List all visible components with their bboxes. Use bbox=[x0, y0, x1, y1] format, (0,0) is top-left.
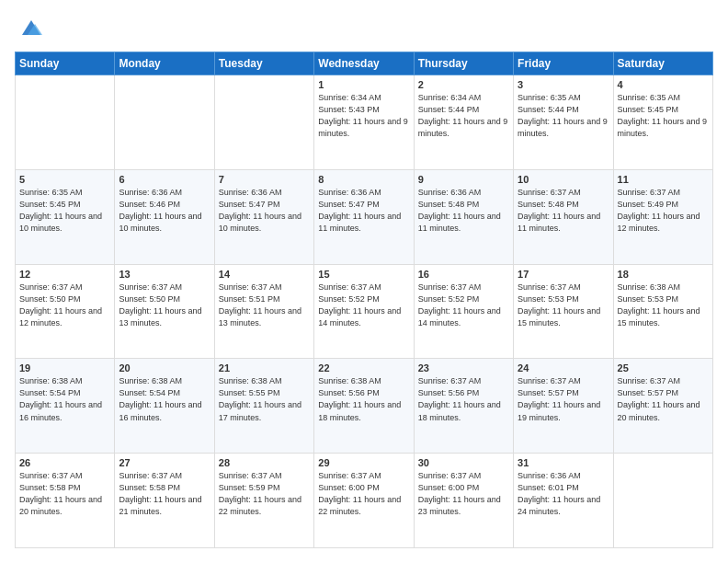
cell-info: Sunrise: 6:37 AMSunset: 5:56 PMDaylight:… bbox=[418, 375, 509, 423]
day-number: 23 bbox=[418, 362, 509, 373]
cell-info: Sunrise: 6:35 AMSunset: 5:45 PMDaylight:… bbox=[618, 92, 709, 140]
calendar-header-thursday: Thursday bbox=[414, 52, 513, 75]
cell-info: Sunrise: 6:38 AMSunset: 5:54 PMDaylight:… bbox=[119, 375, 210, 423]
calendar-header-saturday: Saturday bbox=[613, 52, 712, 75]
calendar-cell: 9Sunrise: 6:36 AMSunset: 5:48 PMDaylight… bbox=[414, 169, 513, 264]
cell-info: Sunrise: 6:37 AMSunset: 5:59 PMDaylight:… bbox=[219, 470, 310, 518]
day-number: 28 bbox=[219, 457, 310, 468]
cell-info: Sunrise: 6:37 AMSunset: 5:58 PMDaylight:… bbox=[119, 470, 210, 518]
day-number: 13 bbox=[119, 269, 210, 280]
calendar-cell: 25Sunrise: 6:37 AMSunset: 5:57 PMDayligh… bbox=[613, 359, 712, 454]
day-number: 10 bbox=[518, 174, 609, 185]
day-number: 15 bbox=[318, 269, 409, 280]
cell-info: Sunrise: 6:37 AMSunset: 5:48 PMDaylight:… bbox=[518, 187, 609, 235]
calendar-cell: 16Sunrise: 6:37 AMSunset: 5:52 PMDayligh… bbox=[414, 264, 513, 359]
day-number: 20 bbox=[119, 362, 210, 373]
day-number: 1 bbox=[318, 79, 409, 90]
calendar-cell: 23Sunrise: 6:37 AMSunset: 5:56 PMDayligh… bbox=[414, 359, 513, 454]
day-number: 7 bbox=[219, 174, 310, 185]
cell-info: Sunrise: 6:35 AMSunset: 5:44 PMDaylight:… bbox=[518, 92, 609, 140]
cell-info: Sunrise: 6:37 AMSunset: 5:57 PMDaylight:… bbox=[618, 375, 709, 423]
calendar-cell: 29Sunrise: 6:37 AMSunset: 6:00 PMDayligh… bbox=[314, 454, 414, 548]
page: SundayMondayTuesdayWednesdayThursdayFrid… bbox=[0, 0, 728, 563]
day-number: 27 bbox=[119, 457, 210, 468]
day-number: 25 bbox=[618, 362, 709, 373]
cell-info: Sunrise: 6:37 AMSunset: 5:49 PMDaylight:… bbox=[618, 187, 709, 235]
calendar-header-wednesday: Wednesday bbox=[314, 52, 414, 75]
calendar-week-row: 1Sunrise: 6:34 AMSunset: 5:43 PMDaylight… bbox=[16, 75, 713, 170]
day-number: 19 bbox=[19, 362, 110, 373]
cell-info: Sunrise: 6:37 AMSunset: 5:50 PMDaylight:… bbox=[119, 282, 210, 329]
cell-info: Sunrise: 6:38 AMSunset: 5:54 PMDaylight:… bbox=[19, 375, 110, 423]
cell-info: Sunrise: 6:38 AMSunset: 5:53 PMDaylight:… bbox=[618, 282, 709, 329]
day-number: 26 bbox=[19, 457, 110, 468]
calendar-cell: 5Sunrise: 6:35 AMSunset: 5:45 PMDaylight… bbox=[16, 169, 115, 264]
calendar-cell: 19Sunrise: 6:38 AMSunset: 5:54 PMDayligh… bbox=[16, 359, 115, 454]
day-number: 24 bbox=[518, 362, 609, 373]
day-number: 29 bbox=[318, 457, 409, 468]
calendar-cell: 22Sunrise: 6:38 AMSunset: 5:56 PMDayligh… bbox=[314, 359, 414, 454]
calendar-cell: 31Sunrise: 6:36 AMSunset: 6:01 PMDayligh… bbox=[514, 454, 613, 548]
day-number: 11 bbox=[618, 174, 709, 185]
day-number: 3 bbox=[518, 79, 609, 90]
cell-info: Sunrise: 6:36 AMSunset: 6:01 PMDaylight:… bbox=[518, 470, 609, 518]
day-number: 8 bbox=[318, 174, 409, 185]
calendar-header-friday: Friday bbox=[514, 52, 613, 75]
calendar-cell: 14Sunrise: 6:37 AMSunset: 5:51 PMDayligh… bbox=[214, 264, 313, 359]
day-number: 21 bbox=[219, 362, 310, 373]
day-number: 2 bbox=[418, 79, 509, 90]
day-number: 12 bbox=[19, 269, 110, 280]
day-number: 14 bbox=[219, 269, 310, 280]
calendar-cell: 24Sunrise: 6:37 AMSunset: 5:57 PMDayligh… bbox=[514, 359, 613, 454]
logo bbox=[15, 15, 44, 40]
calendar-table: SundayMondayTuesdayWednesdayThursdayFrid… bbox=[15, 52, 713, 548]
cell-info: Sunrise: 6:34 AMSunset: 5:44 PMDaylight:… bbox=[418, 92, 509, 140]
cell-info: Sunrise: 6:36 AMSunset: 5:46 PMDaylight:… bbox=[119, 187, 210, 235]
header bbox=[15, 15, 713, 40]
cell-info: Sunrise: 6:37 AMSunset: 5:58 PMDaylight:… bbox=[19, 470, 110, 518]
day-number: 22 bbox=[318, 362, 409, 373]
calendar-cell: 17Sunrise: 6:37 AMSunset: 5:53 PMDayligh… bbox=[514, 264, 613, 359]
calendar-cell: 28Sunrise: 6:37 AMSunset: 5:59 PMDayligh… bbox=[214, 454, 313, 548]
calendar-cell: 6Sunrise: 6:36 AMSunset: 5:46 PMDaylight… bbox=[115, 169, 214, 264]
calendar-cell: 26Sunrise: 6:37 AMSunset: 5:58 PMDayligh… bbox=[16, 454, 115, 548]
day-number: 30 bbox=[418, 457, 509, 468]
calendar-cell bbox=[115, 75, 214, 170]
calendar-cell: 18Sunrise: 6:38 AMSunset: 5:53 PMDayligh… bbox=[613, 264, 712, 359]
cell-info: Sunrise: 6:37 AMSunset: 5:52 PMDaylight:… bbox=[418, 282, 509, 329]
calendar-cell bbox=[16, 75, 115, 170]
calendar-header-sunday: Sunday bbox=[16, 52, 115, 75]
day-number: 6 bbox=[119, 174, 210, 185]
day-number: 5 bbox=[19, 174, 110, 185]
calendar-cell: 3Sunrise: 6:35 AMSunset: 5:44 PMDaylight… bbox=[514, 75, 613, 170]
day-number: 31 bbox=[518, 457, 609, 468]
cell-info: Sunrise: 6:37 AMSunset: 6:00 PMDaylight:… bbox=[418, 470, 509, 518]
calendar-cell: 15Sunrise: 6:37 AMSunset: 5:52 PMDayligh… bbox=[314, 264, 414, 359]
calendar-cell: 10Sunrise: 6:37 AMSunset: 5:48 PMDayligh… bbox=[514, 169, 613, 264]
cell-info: Sunrise: 6:37 AMSunset: 5:57 PMDaylight:… bbox=[518, 375, 609, 423]
calendar-week-row: 19Sunrise: 6:38 AMSunset: 5:54 PMDayligh… bbox=[16, 359, 713, 454]
cell-info: Sunrise: 6:37 AMSunset: 5:51 PMDaylight:… bbox=[219, 282, 310, 329]
calendar-cell bbox=[613, 454, 712, 548]
calendar-week-row: 12Sunrise: 6:37 AMSunset: 5:50 PMDayligh… bbox=[16, 264, 713, 359]
calendar-cell: 21Sunrise: 6:38 AMSunset: 5:55 PMDayligh… bbox=[214, 359, 313, 454]
cell-info: Sunrise: 6:35 AMSunset: 5:45 PMDaylight:… bbox=[19, 187, 110, 235]
day-number: 9 bbox=[418, 174, 509, 185]
cell-info: Sunrise: 6:37 AMSunset: 5:52 PMDaylight:… bbox=[318, 282, 409, 329]
calendar-cell: 11Sunrise: 6:37 AMSunset: 5:49 PMDayligh… bbox=[613, 169, 712, 264]
cell-info: Sunrise: 6:38 AMSunset: 5:56 PMDaylight:… bbox=[318, 375, 409, 423]
calendar-header-tuesday: Tuesday bbox=[214, 52, 313, 75]
calendar-header-row: SundayMondayTuesdayWednesdayThursdayFrid… bbox=[16, 52, 713, 75]
logo-icon bbox=[18, 15, 44, 40]
cell-info: Sunrise: 6:37 AMSunset: 6:00 PMDaylight:… bbox=[318, 470, 409, 518]
cell-info: Sunrise: 6:36 AMSunset: 5:47 PMDaylight:… bbox=[219, 187, 310, 235]
calendar-header-monday: Monday bbox=[115, 52, 214, 75]
day-number: 4 bbox=[618, 79, 709, 90]
calendar-cell: 2Sunrise: 6:34 AMSunset: 5:44 PMDaylight… bbox=[414, 75, 513, 170]
cell-info: Sunrise: 6:37 AMSunset: 5:50 PMDaylight:… bbox=[19, 282, 110, 329]
calendar-week-row: 26Sunrise: 6:37 AMSunset: 5:58 PMDayligh… bbox=[16, 454, 713, 548]
day-number: 18 bbox=[618, 269, 709, 280]
calendar-cell: 4Sunrise: 6:35 AMSunset: 5:45 PMDaylight… bbox=[613, 75, 712, 170]
calendar-cell: 7Sunrise: 6:36 AMSunset: 5:47 PMDaylight… bbox=[214, 169, 313, 264]
calendar-cell: 20Sunrise: 6:38 AMSunset: 5:54 PMDayligh… bbox=[115, 359, 214, 454]
